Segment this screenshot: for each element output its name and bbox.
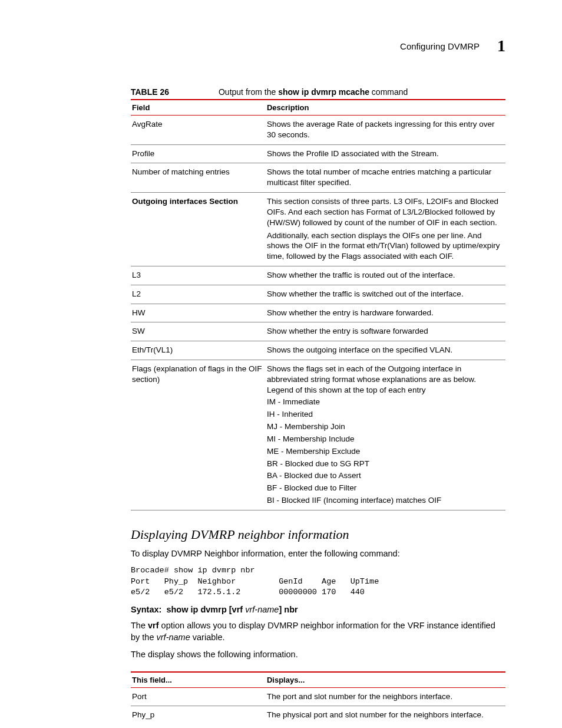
table-caption-label: TABLE 26 (131, 87, 169, 97)
cli-output: Brocade# show ip dvmrp nbr Port Phy_p Ne… (131, 565, 505, 598)
table-row: Outgoing interfaces Section This section… (131, 193, 505, 266)
table-row: HW Show whether the entry is hardware fo… (131, 304, 505, 322)
table-row: AvgRate Shows the average Rate of packet… (131, 116, 505, 145)
table-row: Number of matching entries Shows the tot… (131, 163, 505, 193)
table-row: Profile Shows the Profile ID associated … (131, 144, 505, 163)
display-fields-table: This field... Displays... Port The port … (131, 671, 505, 725)
table-caption-text: Output from the show ip dvmrp mcache com… (219, 87, 408, 97)
page-header: Configuring DVMRP 1 (131, 37, 505, 55)
table-row: L3 Show whether the traffic is routed ou… (131, 266, 505, 285)
table-row: SW Show whether the entry is software fo… (131, 322, 505, 341)
output-fields-table: Field Description AvgRate Shows the aver… (131, 99, 505, 510)
flag-legend: IM - Immediate IH - Inherited MJ - Membe… (267, 397, 503, 505)
col-description: Description (266, 100, 505, 116)
col-displays: Displays... (266, 672, 505, 688)
header-chapter-number: 1 (497, 37, 505, 55)
col-this-field: This field... (131, 672, 266, 688)
intro-paragraph: To display DVMRP Neighbor information, e… (131, 548, 505, 560)
display-paragraph: The display shows the following informat… (131, 649, 505, 661)
table-row: Port The port and slot number for the ne… (131, 687, 505, 706)
table-row: Flags (explanation of flags in the OIF s… (131, 360, 505, 510)
syntax-line: Syntax: show ip dvmrp [vrf vrf-name] nbr (131, 605, 505, 614)
table-row: L2 Show whether the traffic is switched … (131, 285, 505, 304)
section-heading: Displaying DVMRP neighbor information (131, 527, 505, 542)
header-title: Configuring DVMRP (400, 41, 480, 51)
table-row: Eth/Tr(VL1) Shows the outgoing interface… (131, 341, 505, 360)
vrf-paragraph: The vrf option allows you to display DVM… (131, 620, 505, 643)
table-row: Phy_p The physical port and slot number … (131, 706, 505, 724)
col-field: Field (131, 100, 266, 116)
table-caption: TABLE 26 Output from the show ip dvmrp m… (131, 87, 505, 97)
